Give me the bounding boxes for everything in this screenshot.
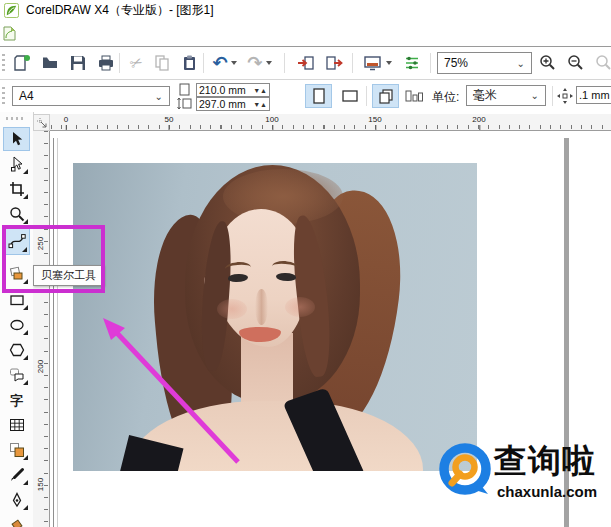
coreldraw-app-icon xyxy=(4,3,19,18)
save-button[interactable] xyxy=(66,51,90,75)
export-button[interactable] xyxy=(322,51,346,75)
ruler-ticks xyxy=(44,131,48,527)
zoom-to-page-button[interactable] xyxy=(592,51,611,75)
zoom-out-button[interactable] xyxy=(564,51,588,75)
coreldraw-window: CorelDRAW X4（专业版）- [图形1] xyxy=(0,0,611,527)
print-icon xyxy=(97,54,115,72)
zoom-in-button[interactable] xyxy=(536,51,560,75)
tool-fill[interactable] xyxy=(3,513,30,527)
paper-width-value: 210.0 mm xyxy=(199,84,246,96)
zoom-to-page-icon xyxy=(595,54,611,72)
tool-crop[interactable] xyxy=(3,177,30,201)
flyout-indicator xyxy=(23,455,28,460)
portrait-button[interactable] xyxy=(305,84,332,108)
redo-button[interactable]: ↷ xyxy=(243,51,267,75)
undo-button[interactable]: ↶ xyxy=(208,51,232,75)
tool-shape[interactable] xyxy=(3,152,30,176)
nudge-offset-field[interactable]: .1 mm xyxy=(576,86,611,104)
open-button[interactable] xyxy=(38,51,62,75)
tool-pick[interactable] xyxy=(3,127,30,151)
eye-shape xyxy=(276,273,296,281)
paste-button[interactable] xyxy=(178,51,202,75)
toolbox-drag-handle[interactable] xyxy=(6,117,26,120)
new-icon xyxy=(13,54,31,72)
cheek-blush xyxy=(217,299,247,319)
portrait-photo[interactable] xyxy=(73,163,477,471)
print-button[interactable] xyxy=(94,51,118,75)
tool-polygon[interactable] xyxy=(3,338,30,362)
window-title: CorelDRAW X4（专业版）- [图形1] xyxy=(26,2,214,19)
landscape-button[interactable] xyxy=(336,84,363,108)
copy-button[interactable] xyxy=(150,51,174,75)
property-bar: A4 ⌄ 210.0 mm ▼▲ 297.0 mm ▼▲ xyxy=(0,80,611,113)
ruler-origin-icon xyxy=(36,117,47,128)
watermark-domain: chaxunla.com xyxy=(497,483,597,500)
nose-shape xyxy=(255,289,268,325)
horizontal-ruler[interactable]: 0 50 100 150 200 xyxy=(50,114,611,131)
paste-icon xyxy=(181,54,199,72)
toolbar-drag-handle[interactable] xyxy=(2,54,5,72)
options-button[interactable] xyxy=(400,51,424,75)
paper-width-icon xyxy=(178,83,192,96)
new-button[interactable] xyxy=(10,51,34,75)
flyout-indicator xyxy=(23,194,28,199)
flyout-indicator xyxy=(23,380,28,385)
tool-zoom[interactable] xyxy=(3,202,30,226)
toolbar-separator xyxy=(352,53,353,73)
cut-button[interactable]: ✂ xyxy=(124,51,148,75)
zoom-level-combo[interactable]: 75% ⌄ xyxy=(437,52,532,74)
hruler-label: 200 xyxy=(472,115,485,124)
tool-table[interactable] xyxy=(3,413,30,437)
toolbox: 字 xyxy=(0,112,34,527)
page-left-edge-shadow xyxy=(57,138,58,527)
propbar-separator xyxy=(552,86,553,106)
tool-outline-pen[interactable] xyxy=(3,488,30,512)
flyout-indicator xyxy=(23,219,28,224)
paper-width-field[interactable]: 210.0 mm ▼▲ xyxy=(196,83,270,97)
flyout-indicator xyxy=(23,505,28,510)
tool-eyedropper[interactable] xyxy=(3,463,30,487)
highlight-rectangle xyxy=(2,225,105,293)
undo-dropdown[interactable] xyxy=(231,61,237,65)
page-bars-icon xyxy=(405,89,423,103)
paper-type-combo[interactable]: A4 ⌄ xyxy=(12,86,170,106)
vruler-label: 150 xyxy=(36,478,45,491)
toolbar-separator xyxy=(284,53,285,73)
tool-blend[interactable] xyxy=(3,438,30,462)
spinner-arrows-icon[interactable]: ▼▲ xyxy=(253,87,267,94)
paper-type-value: A4 xyxy=(19,89,34,103)
vertical-ruler[interactable]: 250 200 150 xyxy=(33,131,50,527)
launcher-dropdown[interactable] xyxy=(386,61,392,65)
zoom-level-value: 75% xyxy=(444,56,468,70)
redo-dropdown[interactable] xyxy=(266,61,272,65)
ruler-origin-corner[interactable] xyxy=(33,114,50,131)
paper-height-field[interactable]: 297.0 mm ▼▲ xyxy=(196,97,270,111)
chevron-down-icon: ⌄ xyxy=(155,91,163,102)
flyout-indicator xyxy=(23,169,28,174)
copy-icon xyxy=(153,54,171,72)
units-combo[interactable]: 毫米 ⌄ xyxy=(466,85,546,106)
tool-ellipse[interactable] xyxy=(3,313,30,337)
all-pages-button[interactable] xyxy=(372,84,399,108)
vruler-label: 200 xyxy=(36,360,45,373)
tool-text[interactable]: 字 xyxy=(3,388,30,412)
current-page-button[interactable] xyxy=(400,84,427,108)
import-button[interactable] xyxy=(294,51,318,75)
toolbar-separator xyxy=(119,53,120,73)
cut-icon: ✂ xyxy=(126,52,145,74)
nudge-offset-icon xyxy=(557,88,573,104)
hruler-label: 50 xyxy=(165,115,174,124)
propbar-drag-handle[interactable] xyxy=(2,87,5,105)
page-left-edge xyxy=(53,138,54,527)
document-icon[interactable] xyxy=(3,26,16,41)
chevron-down-icon: ⌄ xyxy=(531,90,539,101)
application-launcher-button[interactable] xyxy=(360,51,384,75)
stacked-pages-icon xyxy=(378,88,394,104)
hruler-label: 150 xyxy=(368,115,381,124)
tool-basic-shapes[interactable] xyxy=(3,363,30,387)
spinner-arrows-icon[interactable]: ▼▲ xyxy=(253,101,267,108)
export-icon xyxy=(325,54,343,72)
flyout-indicator xyxy=(23,480,28,485)
menu-bar xyxy=(0,21,611,47)
save-icon xyxy=(69,54,87,72)
